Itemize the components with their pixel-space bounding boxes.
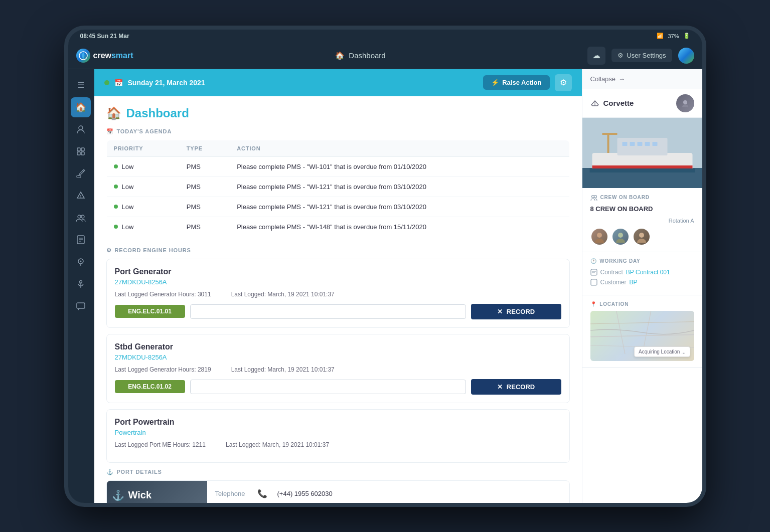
svg-rect-26	[617, 138, 667, 155]
record-button[interactable]: ✕ RECORD	[471, 304, 561, 319]
record-button[interactable]: ✕ RECORD	[471, 379, 561, 395]
home-nav-icon: 🏠	[335, 51, 345, 60]
engine-section-label: ⚙ RECORD ENGINE HOURS	[106, 247, 570, 254]
header-right: ☁ ⚙ User Settings	[587, 47, 694, 65]
top-bar-settings-button[interactable]: ⚙	[555, 74, 572, 91]
svg-point-9	[78, 215, 81, 218]
engine-meta: Last Logged Port ME Hours: 1211 Last Log…	[115, 441, 561, 448]
sidebar-item-inventory[interactable]	[71, 141, 91, 161]
sidebar-item-crew[interactable]	[71, 208, 91, 228]
vessel-avatar	[676, 94, 694, 112]
svg-rect-31	[652, 142, 657, 146]
priority-value: Low	[122, 223, 134, 231]
crew-avatar-1[interactable]	[590, 228, 608, 246]
vessel-image	[582, 118, 702, 188]
crew-avatar-3[interactable]	[633, 228, 651, 246]
priority-dot	[114, 185, 118, 189]
sidebar-item-home[interactable]: 🏠	[71, 97, 91, 117]
status-bar: 08:45 Sun 21 Mar 📶 37% 🔋	[68, 30, 702, 43]
top-bar-right: ⚡ Raise Action ⚙	[483, 74, 571, 91]
agenda-icon: 📅	[106, 128, 114, 135]
engine-logged: Last Logged: March, 19 2021 10:01:37	[231, 291, 335, 298]
collapse-icon: →	[619, 75, 625, 83]
left-sidebar: ☰ 🏠	[68, 69, 94, 503]
calendar-icon: 📅	[114, 79, 123, 87]
engine-id: 27MDKDU-8256A	[115, 278, 561, 286]
agenda-row: Low PMS Please complete PMS - "WI-121" t…	[106, 197, 569, 217]
svg-point-10	[81, 215, 84, 218]
sidebar-item-map[interactable]	[71, 252, 91, 272]
engine-name: Port Powertrain	[115, 418, 561, 427]
svg-point-40	[639, 233, 644, 238]
collapse-button[interactable]: Collapse →	[590, 75, 626, 83]
record-icon: ✕	[497, 383, 503, 391]
agenda-row: Low PMS Please complete PMS - "WI-101" t…	[106, 156, 569, 176]
sidebar-item-person[interactable]	[71, 119, 91, 139]
location-icon: 📍	[590, 301, 597, 307]
wifi-icon: 📶	[657, 33, 664, 39]
col-action: ACTION	[230, 140, 569, 156]
sidebar-item-tools[interactable]	[71, 163, 91, 184]
engine-name: Port Generator	[115, 267, 561, 276]
type-cell: PMS	[180, 156, 230, 176]
telephone-label: Telephone	[215, 490, 245, 497]
user-settings-button[interactable]: ⚙ User Settings	[611, 49, 672, 62]
action-cell: Please complete PMS - "WI-121" that is o…	[230, 197, 569, 217]
svg-rect-44	[591, 279, 597, 285]
engine-tag: ENG.ELC.01.02	[115, 380, 185, 393]
priority-value: Low	[122, 183, 134, 191]
working-day-title: 🕐 WORKING DAY	[590, 258, 694, 264]
engine-meta: Last Logged Generator Hours: 2819 Last L…	[115, 366, 561, 373]
vessel-name: Corvette	[590, 99, 634, 108]
svg-rect-2	[77, 148, 80, 151]
type-cell: PMS	[180, 197, 230, 217]
engine-name: Stbd Generator	[115, 342, 561, 351]
clock-icon: 🕐	[590, 258, 597, 264]
action-cell: Please complete PMS - "WI-148" that is o…	[230, 217, 569, 237]
telephone-value: (+44) 1955 602030	[277, 490, 333, 497]
engine-card: Port Powertrain Powertrain Last Logged P…	[106, 409, 570, 463]
engine-input[interactable]	[190, 304, 466, 319]
contract-row: Contract BP Contract 001	[590, 269, 694, 276]
battery-icon: 🔋	[683, 33, 690, 39]
svg-rect-5	[81, 152, 84, 155]
engine-logged: Last Logged: March, 19 2021 10:01:37	[231, 366, 335, 373]
contract-label: Contract	[600, 269, 623, 276]
crew-avatar-2[interactable]	[611, 228, 630, 246]
engine-id: 27MDKDU-8256A	[115, 353, 561, 361]
priority-cell: Low	[106, 156, 180, 176]
engine-controls: ENG.ELC.01.01 ✕ RECORD	[115, 304, 561, 319]
agenda-row: Low PMS Please complete PMS - "WI-148" t…	[106, 217, 569, 237]
cloud-button[interactable]: ☁	[587, 47, 605, 65]
priority-dot	[114, 205, 118, 209]
sidebar-item-alerts[interactable]	[71, 186, 91, 206]
svg-point-39	[618, 233, 623, 238]
priority-cell: Low	[106, 217, 180, 237]
settings-icon: ⚙	[618, 52, 624, 59]
port-details-content: Telephone 📞 (+44) 1955 602030	[207, 481, 569, 503]
action-cell: Please complete PMS - "WI-101" that is o…	[230, 156, 569, 176]
crew-section-label: CREW ON BOARD	[600, 195, 650, 200]
priority-cell: Low	[106, 197, 180, 217]
sidebar-item-anchor[interactable]	[71, 274, 91, 294]
svg-rect-41	[591, 269, 597, 275]
engine-input[interactable]	[190, 380, 466, 394]
col-type: TYPE	[180, 140, 230, 156]
sidebar-item-reports[interactable]	[71, 230, 91, 250]
crew-count: 8 CREW ON BOARD	[590, 205, 653, 213]
sidebar-item-menu[interactable]: ☰	[71, 75, 91, 95]
settings-icon: ⚙	[560, 78, 567, 87]
port-section-label: ⚓ PORT DETAILS	[106, 469, 570, 475]
right-panel-header: Collapse →	[582, 69, 702, 89]
raise-action-label: Raise Action	[502, 79, 541, 86]
sidebar-item-messages[interactable]	[71, 296, 91, 316]
crew-avatars	[590, 228, 694, 246]
raise-action-button[interactable]: ⚡ Raise Action	[483, 75, 549, 90]
user-settings-label: User Settings	[627, 52, 666, 59]
type-cell: PMS	[180, 176, 230, 197]
map-tooltip: Acquiring Location ...	[634, 346, 690, 357]
svg-rect-3	[81, 148, 84, 151]
svg-rect-20	[77, 303, 85, 308]
priority-value: Low	[122, 203, 134, 211]
vessel-header: Corvette	[582, 89, 702, 118]
